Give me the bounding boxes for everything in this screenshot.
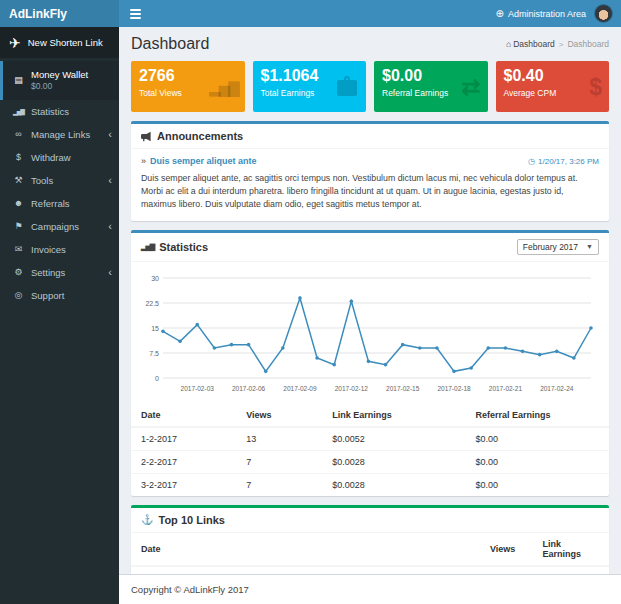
sidebar-item-label: Money Wallet xyxy=(31,69,88,81)
breadcrumb: ⌂ Dashboard > Dashboard xyxy=(506,39,609,49)
money-icon: $ xyxy=(12,152,25,162)
column-header: Views xyxy=(236,404,322,427)
statistics-table: Date Views Link Earnings Referral Earnin… xyxy=(131,404,609,496)
briefcase-icon xyxy=(335,76,359,98)
svg-text:0: 0 xyxy=(155,374,159,381)
sidebar-item-campaigns[interactable]: ⚑ Campaigns ‹ xyxy=(0,215,119,238)
stat-box-total-earnings[interactable]: $1.1064 Total Earnings xyxy=(253,61,367,112)
new-shorten-link-label: New Shorten Link xyxy=(28,37,103,48)
stat-label: Average CPM xyxy=(504,88,602,98)
page-title: Dashboard xyxy=(131,35,209,53)
svg-text:30: 30 xyxy=(151,274,159,281)
column-header: Views xyxy=(480,533,533,566)
sidebar-item-label: Settings xyxy=(31,267,65,278)
globe-icon: ⊕ xyxy=(496,8,504,19)
paper-plane-icon: ✈ xyxy=(9,36,21,50)
chevron-left-icon: ‹ xyxy=(108,267,112,278)
content: Dashboard ⌂ Dashboard > Dashboard 2766 T… xyxy=(119,27,621,574)
sidebar-item-tools[interactable]: ⚒ Tools ‹ xyxy=(0,169,119,192)
copyright-text: Copyright © AdLinkFly 2017 xyxy=(131,584,249,595)
administration-area-link[interactable]: ⊕ Administration Area xyxy=(496,8,586,19)
announcement-body: Duis semper aliquet ante, ac sagittis or… xyxy=(141,172,599,212)
svg-text:7.5: 7.5 xyxy=(149,349,159,356)
svg-text:2017-02-21: 2017-02-21 xyxy=(489,385,523,392)
stat-boxes-row: 2766 Total Views ▂▅▇ $1.1064 Total Earni… xyxy=(131,61,609,112)
sidebar-toggle-button[interactable] xyxy=(119,0,151,27)
stat-box-referral-earnings[interactable]: $0.00 Referral Earnings ⇄ xyxy=(374,61,488,112)
home-icon: ⌂ xyxy=(506,39,511,49)
sidebar-item-manage-links[interactable]: ∞ Manage Links ‹ xyxy=(0,123,119,146)
stat-box-total-views[interactable]: 2766 Total Views ▂▅▇ xyxy=(131,61,245,112)
top-links-table: Date Views Link Earnings ∞ AdLinkFly - M… xyxy=(131,533,609,574)
svg-text:15: 15 xyxy=(151,324,159,331)
breadcrumb-home-link[interactable]: ⌂ Dashboard xyxy=(506,39,555,49)
exchange-arrows-icon: ⇄ xyxy=(461,75,480,98)
clock-icon: ◷ xyxy=(528,157,535,166)
flag-icon: ⚑ xyxy=(12,221,25,231)
table-row: 1-2-2017 13 $0.0052 $0.00 xyxy=(131,427,609,451)
sidebar-item-statistics[interactable]: ▂▅▇ Statistics xyxy=(0,100,119,123)
brand-logo[interactable]: AdLinkFly xyxy=(0,0,119,27)
dollar-icon: $ xyxy=(589,75,602,98)
new-shorten-link-button[interactable]: ✈ New Shorten Link xyxy=(0,27,119,58)
announcement-link[interactable]: Duis semper aliquet ante xyxy=(150,156,257,166)
statistics-panel: ▂▅▇ Statistics February 2017 ▼ 07.51522.… xyxy=(131,230,609,496)
chevron-left-icon: ‹ xyxy=(108,221,112,232)
svg-text:2017-02-06: 2017-02-06 xyxy=(232,385,266,392)
stat-box-average-cpm[interactable]: $0.40 Average CPM $ xyxy=(496,61,610,112)
svg-text:2017-02-09: 2017-02-09 xyxy=(283,385,317,392)
sidebar-item-label: Manage Links xyxy=(31,129,90,140)
app-window: AdLinkFly ✈ New Shorten Link ▤ Money Wal… xyxy=(0,0,621,604)
column-header: Date xyxy=(131,533,480,566)
link-title[interactable]: ∞ AdLinkFly - Monetized URL Shortener - … xyxy=(131,566,480,574)
breadcrumb-current: Dashboard xyxy=(567,39,609,49)
sidebar-item-label: Statistics xyxy=(31,106,69,117)
table-row: 3-2-2017 7 $0.0028 $0.00 xyxy=(131,473,609,496)
bar-chart-icon: ▂▅▇ xyxy=(141,243,154,251)
table-row: 2-2-2017 7 $0.0028 $0.00 xyxy=(131,450,609,473)
column-header: Referral Earnings xyxy=(466,404,609,427)
statistics-chart: 07.51522.5302017-02-032017-02-062017-02-… xyxy=(131,262,609,400)
breadcrumb-separator: > xyxy=(559,40,564,49)
administration-area-label: Administration Area xyxy=(508,9,586,19)
sidebar-menu: ▤ Money Wallet $0.00 ▂▅▇ Statistics ∞ Ma… xyxy=(0,61,119,307)
file-icon: ✉ xyxy=(12,244,25,254)
sidebar-item-label: Campaigns xyxy=(31,221,79,232)
sidebar-item-withdraw[interactable]: $ Withdraw xyxy=(0,146,119,169)
sidebar-item-label: Invoices xyxy=(31,244,66,255)
announcement-date[interactable]: ◷ 1/20/17, 3:26 PM xyxy=(528,157,599,166)
sidebar-item-referrals[interactable]: ☻ Referrals xyxy=(0,192,119,215)
panel-title: Announcements xyxy=(157,130,243,142)
svg-text:2017-02-24: 2017-02-24 xyxy=(540,385,574,392)
main-area: ⊕ Administration Area Dashboard ⌂ Dashbo… xyxy=(119,0,621,604)
svg-text:2017-02-12: 2017-02-12 xyxy=(335,385,369,392)
panel-title: Top 10 Links xyxy=(158,514,224,526)
month-select-value: February 2017 xyxy=(523,242,578,252)
sidebar-item-invoices[interactable]: ✉ Invoices xyxy=(0,238,119,261)
sidebar-item-label: Withdraw xyxy=(31,152,71,163)
panel-title: Statistics xyxy=(159,241,208,253)
sidebar-item-settings[interactable]: ⚙ Settings ‹ xyxy=(0,261,119,284)
link-icon: ∞ xyxy=(12,129,25,139)
stat-value: $0.40 xyxy=(504,67,602,85)
sidebar-item-money-wallet[interactable]: ▤ Money Wallet $0.00 xyxy=(0,61,119,100)
chevron-left-icon: ‹ xyxy=(108,129,112,140)
svg-text:2017-02-03: 2017-02-03 xyxy=(181,385,215,392)
wallet-balance: $0.00 xyxy=(31,81,88,92)
sidebar-item-label: Referrals xyxy=(31,198,70,209)
sidebar-item-support[interactable]: ◎ Support xyxy=(0,284,119,307)
megaphone-icon xyxy=(141,131,152,142)
wrench-icon: ⚒ xyxy=(12,175,25,185)
hamburger-icon xyxy=(130,9,141,11)
sidebar-item-label: Support xyxy=(31,290,64,301)
user-avatar[interactable] xyxy=(594,4,613,23)
anchor-icon: ⚓ xyxy=(141,514,153,525)
wallet-icon: ▤ xyxy=(12,75,25,85)
month-select[interactable]: February 2017 ▼ xyxy=(517,239,599,255)
caret-down-icon: ▼ xyxy=(586,243,593,250)
table-row: ∞ AdLinkFly - Monetized URL Shortener - … xyxy=(131,566,609,574)
bar-chart-icon: ▂▅▇ xyxy=(12,108,25,115)
sidebar: AdLinkFly ✈ New Shorten Link ▤ Money Wal… xyxy=(0,0,119,604)
svg-text:2017-02-15: 2017-02-15 xyxy=(386,385,420,392)
top-links-panel: ⚓ Top 10 Links Date Views Link Earnings xyxy=(131,505,609,574)
